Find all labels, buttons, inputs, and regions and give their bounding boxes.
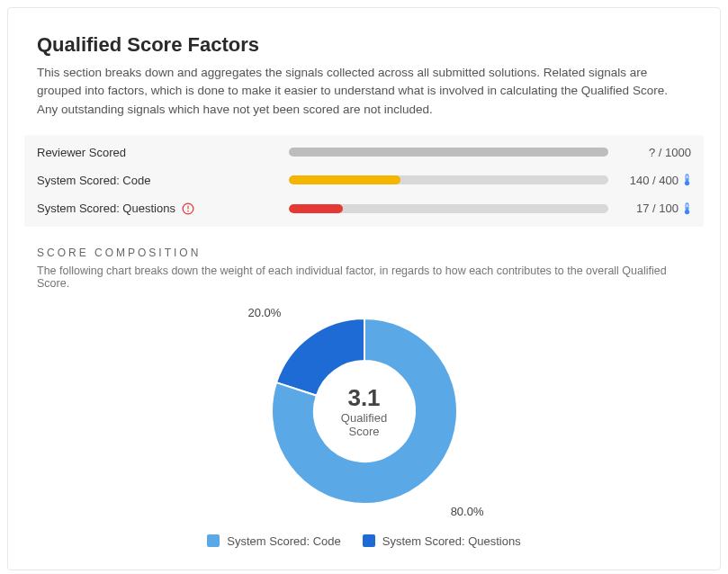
factor-bar-track [289,175,608,184]
legend-swatch [207,534,220,547]
legend-label: System Scored: Code [227,534,340,548]
factor-value-text: 17 / 100 [636,202,679,215]
factor-value: ? / 1000 [621,146,691,159]
factor-value-text: ? / 1000 [649,146,691,159]
factor-label-text: Reviewer Scored [37,146,126,159]
score-composition-chart: 3.1 Qualified Score 20.0% 80.0% [37,299,691,518]
qualified-score-factors-card: Qualified Score Factors This section bre… [7,7,721,570]
center-score-value: 3.1 [341,383,387,411]
composition-title: SCORE COMPOSITION [37,247,691,259]
factor-label-text: System Scored: Code [37,174,150,187]
factor-value: 140 / 400 [621,174,691,187]
factor-bar-track [289,204,608,213]
chart-legend: System Scored: CodeSystem Scored: Questi… [37,534,691,548]
section-description: This section breaks down and aggregates … [37,64,691,119]
center-score-caption-1: Qualified [341,411,387,425]
factor-row: System Scored: Code140 / 400 [37,166,691,194]
factor-label-text: System Scored: Questions [37,202,175,215]
slice-label-questions: 20.0% [248,306,282,319]
factor-bar-fill [289,175,400,184]
factor-bar-fill [289,204,343,213]
factor-label: System Scored: Questions [37,202,289,216]
factor-label: System Scored: Code [37,174,289,187]
donut-center-label: 3.1 Qualified Score [341,383,387,438]
factor-label: Reviewer Scored [37,146,289,159]
factor-bar-track [289,148,608,157]
section-title: Qualified Score Factors [37,33,691,57]
warning-icon [181,202,195,216]
svg-point-5 [187,211,189,212]
donut-chart: 3.1 Qualified Score 20.0% 80.0% [261,308,468,515]
legend-swatch [363,534,375,547]
factor-value: 17 / 100 [621,202,691,215]
factor-row: System Scored: Questions17 / 100 [37,194,691,223]
legend-label: System Scored: Questions [382,534,521,548]
center-score-caption-2: Score [341,425,387,438]
factors-panel: Reviewer Scored? / 1000System Scored: Co… [24,135,704,227]
svg-rect-8 [686,207,687,211]
factor-row: Reviewer Scored? / 1000 [37,139,691,166]
legend-item: System Scored: Questions [363,534,521,548]
svg-rect-4 [187,205,188,209]
legend-item: System Scored: Code [207,534,340,548]
factor-value-text: 140 / 400 [630,174,679,187]
svg-rect-2 [686,179,687,184]
composition-description: The following chart breaks down the weig… [37,265,691,290]
slice-label-code: 80.0% [451,505,484,518]
thermometer-icon [682,202,691,215]
thermometer-icon [682,174,691,186]
